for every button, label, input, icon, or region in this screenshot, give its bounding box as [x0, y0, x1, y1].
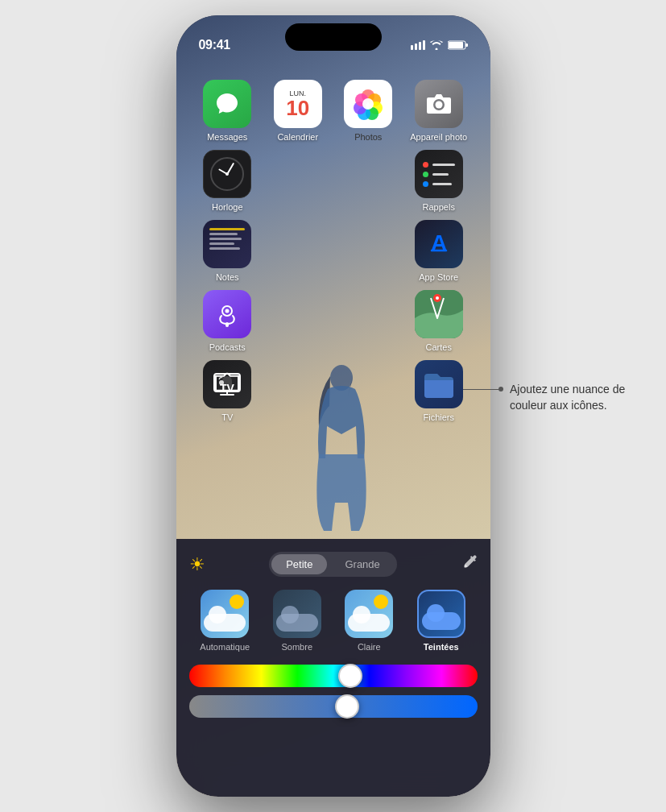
app-row-4: Podcasts Cartes: [192, 290, 474, 352]
app-placeholder-3: [267, 220, 329, 282]
app-label-camera: Appareil photo: [410, 132, 467, 142]
app-icon-reminders: [415, 150, 463, 198]
app-row-5: TV TV Fichiers: [192, 360, 474, 422]
app-label-appstore: App Store: [419, 272, 458, 282]
app-icon-appstore: A: [415, 220, 463, 268]
svg-rect-21: [225, 322, 229, 327]
tint-label-light: Claire: [358, 642, 381, 652]
svg-rect-1: [411, 45, 413, 50]
app-label-reminders: Rappels: [423, 202, 455, 212]
app-label-clock: Horloge: [212, 202, 243, 212]
hue-slider[interactable]: [189, 665, 478, 687]
hue-slider-container: [189, 665, 478, 687]
tint-label-auto: Automatique: [200, 642, 250, 652]
tint-label-dark: Sombre: [281, 642, 312, 652]
app-item-appstore[interactable]: A App Store: [407, 220, 470, 282]
app-label-maps: Cartes: [426, 342, 452, 352]
size-toggle: Petite Grande: [269, 552, 397, 577]
size-large-button[interactable]: Grande: [330, 554, 394, 574]
saturation-slider-container: [189, 695, 478, 718]
app-row-3: Notes A App Store: [192, 220, 474, 282]
app-placeholder-8: [337, 360, 399, 422]
app-item-clock[interactable]: Horloge: [196, 150, 259, 212]
app-label-tv: TV: [221, 412, 233, 422]
app-row-2: Horloge Rappels: [192, 150, 474, 212]
signal-icon: [411, 40, 425, 52]
app-label-calendar: Calendrier: [277, 132, 318, 142]
app-icon-maps: [415, 290, 463, 338]
callout-dot: [498, 387, 503, 392]
app-label-messages: Messages: [207, 132, 247, 142]
app-item-notes[interactable]: Notes: [196, 220, 259, 282]
status-icons: [411, 40, 468, 52]
tint-label-tinted: Teintées: [424, 642, 459, 652]
status-time: 09:41: [199, 38, 230, 52]
app-item-files[interactable]: Fichiers: [407, 360, 470, 422]
app-row-1: Messages LUN. 10 Calendrier: [192, 80, 474, 142]
saturation-slider[interactable]: [189, 695, 478, 718]
app-placeholder-1: [267, 150, 329, 212]
svg-rect-3: [419, 42, 421, 50]
app-placeholder-6: [337, 290, 399, 352]
app-icon-tv: TV: [203, 360, 251, 408]
tint-light[interactable]: Claire: [337, 590, 400, 652]
tint-options: Automatique Sombre Claire: [189, 590, 478, 652]
app-item-podcasts[interactable]: Podcasts: [196, 290, 259, 352]
svg-rect-6: [449, 42, 463, 48]
app-icon-podcasts: [203, 290, 251, 338]
app-grid: Messages LUN. 10 Calendrier: [176, 72, 490, 438]
app-placeholder-5: [267, 290, 329, 352]
dynamic-island: [285, 23, 382, 51]
app-item-tv[interactable]: TV TV: [196, 360, 259, 422]
app-placeholder-4: [337, 220, 399, 282]
svg-rect-7: [465, 44, 468, 47]
eyedropper-icon[interactable]: [461, 554, 478, 574]
svg-rect-2: [415, 44, 417, 50]
app-label-podcasts: Podcasts: [209, 342, 246, 352]
app-label-files: Fichiers: [423, 412, 454, 422]
svg-point-28: [464, 565, 467, 568]
callout-text: Ajoutez une nuance de couleur aux icônes…: [510, 383, 625, 412]
app-item-reminders[interactable]: Rappels: [407, 150, 470, 212]
tint-auto[interactable]: Automatique: [193, 590, 256, 652]
callout-text-box: Ajoutez une nuance de couleur aux icônes…: [510, 382, 635, 413]
app-icon-clock: [203, 150, 251, 198]
svg-point-24: [436, 296, 439, 300]
tint-icon-light: [345, 590, 393, 638]
bottom-panel: ☀ Petite Grande Automatique: [176, 539, 490, 797]
tint-icon-dark: [273, 590, 321, 638]
hue-thumb[interactable]: [338, 664, 362, 688]
svg-point-15: [362, 98, 374, 110]
app-item-maps[interactable]: Cartes: [407, 290, 470, 352]
app-icon-photos: [344, 80, 392, 128]
svg-point-16: [435, 102, 442, 109]
app-item-messages[interactable]: Messages: [196, 80, 259, 142]
wifi-icon: [430, 40, 443, 52]
app-icon-files: [415, 360, 463, 408]
app-icon-notes: [203, 220, 251, 268]
svg-text:A: A: [431, 230, 447, 255]
app-item-calendar[interactable]: LUN. 10 Calendrier: [267, 80, 329, 142]
tint-icon-tinted: [417, 590, 465, 638]
size-small-button[interactable]: Petite: [271, 554, 327, 574]
app-icon-messages: [203, 80, 251, 128]
calendar-day: 10: [286, 97, 309, 118]
app-placeholder-2: [337, 150, 399, 212]
brightness-icon[interactable]: ☀: [189, 554, 205, 575]
app-label-photos: Photos: [354, 132, 382, 142]
battery-icon: [448, 40, 468, 52]
tint-dark[interactable]: Sombre: [266, 590, 329, 652]
app-item-photos[interactable]: Photos: [337, 80, 399, 142]
tint-tinted[interactable]: Teintées: [410, 590, 473, 652]
svg-point-20: [225, 309, 230, 313]
svg-point-27: [219, 380, 224, 385]
svg-rect-4: [423, 40, 425, 50]
phone-frame: 09:41 Messages LUN.: [176, 15, 490, 797]
panel-controls: ☀ Petite Grande: [189, 552, 478, 577]
app-item-camera[interactable]: Appareil photo: [407, 80, 470, 142]
app-placeholder-7: [267, 360, 329, 422]
app-label-notes: Notes: [216, 272, 239, 282]
app-icon-camera: [415, 80, 463, 128]
app-icon-calendar: LUN. 10: [274, 80, 322, 128]
tint-icon-auto: [201, 590, 249, 638]
